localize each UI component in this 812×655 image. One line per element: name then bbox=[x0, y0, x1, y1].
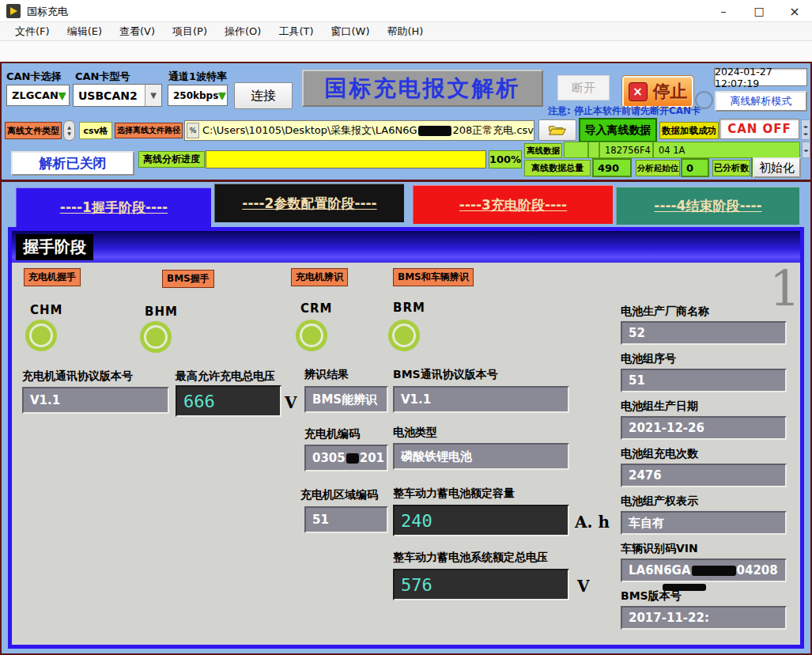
menu-operate[interactable]: 操作(O) bbox=[216, 25, 270, 39]
brm-led bbox=[388, 320, 420, 351]
charger-code-label: 充电机编码 bbox=[304, 427, 360, 441]
page-number-watermark: 1 bbox=[769, 264, 800, 313]
badge-bms-handshake: BMS握手 bbox=[162, 270, 214, 288]
battery-mfr-label: 电池生产厂商名称 bbox=[621, 305, 709, 319]
data-cell[interactable]: 04 1A bbox=[653, 142, 800, 158]
vin-label: 车辆识别码VIN bbox=[621, 542, 698, 556]
led-label-bhm: BHM bbox=[145, 305, 178, 319]
rated-voltage-label: 整车动力蓄电池系统额定总电压 bbox=[393, 551, 548, 565]
baud-label: 通道1波特率 bbox=[168, 70, 227, 84]
section-title: 握手阶段 bbox=[16, 234, 93, 260]
redaction bbox=[346, 453, 359, 464]
redaction bbox=[418, 126, 452, 136]
stop-button[interactable]: × 停止 bbox=[622, 76, 693, 108]
tab-param-config[interactable]: ----2参数配置阶段---- bbox=[214, 184, 404, 222]
rated-capacity-value: 240 bbox=[393, 505, 569, 536]
menu-project[interactable]: 项目(P) bbox=[164, 25, 216, 39]
charger-protocol-value: V1.1 bbox=[22, 387, 169, 414]
data-cell[interactable] bbox=[564, 142, 588, 158]
progress-fill bbox=[206, 151, 485, 168]
chm-led bbox=[25, 320, 57, 351]
baud-dropdown[interactable]: 250kbps ▼ bbox=[168, 85, 228, 106]
scroll-arrows[interactable]: ◂▸ bbox=[802, 142, 810, 158]
can-select-label: CAN卡选择 bbox=[6, 70, 61, 84]
ownership-value: 车自有 bbox=[621, 511, 787, 535]
charge-count-value: 2476 bbox=[621, 464, 787, 487]
led-label-chm: CHM bbox=[30, 303, 63, 317]
minimize-button[interactable]: – bbox=[706, 0, 741, 22]
vin-value: LA6N6GA04208 bbox=[621, 558, 787, 582]
bhm-led bbox=[140, 321, 172, 353]
offline-file-path-input[interactable]: % C:\Users\10105\Desktop\采集报文\LA6N6G208正… bbox=[184, 120, 534, 141]
badge-charger-identify: 充电机辨识 bbox=[291, 268, 348, 286]
analyzed-label: 已分析数 bbox=[712, 160, 750, 176]
tab-finish[interactable]: ----4结束阶段---- bbox=[616, 187, 799, 225]
progress-percent: 100% bbox=[489, 150, 522, 168]
offline-file-type-label: 离线文件类型 bbox=[5, 122, 62, 139]
max-voltage-label: 最高允许充电总电压 bbox=[176, 369, 275, 384]
start-label: 分析起始位 bbox=[636, 160, 680, 176]
pack-date-value: 2021-12-26 bbox=[621, 416, 787, 440]
disconnect-button[interactable]: 断开 bbox=[557, 75, 610, 100]
menu-window[interactable]: 窗口(W) bbox=[323, 25, 379, 39]
file-format-value[interactable]: csv格 bbox=[79, 122, 112, 139]
region-code-value: 51 bbox=[304, 506, 388, 533]
menu-file[interactable]: 文件(F) bbox=[6, 25, 59, 39]
charge-count-label: 电池组充电次数 bbox=[621, 447, 698, 461]
dropdown-arrow-icon: ▼ bbox=[59, 90, 66, 101]
led-label-crm: CRM bbox=[300, 301, 333, 316]
offline-data-label: 离线数据 bbox=[524, 143, 562, 158]
scroll-arrows[interactable]: ◂▸◂▸ bbox=[801, 119, 810, 140]
import-offline-data-button[interactable]: 导入离线数据 bbox=[579, 118, 657, 142]
identify-result-value: BMS能辨识 bbox=[304, 386, 388, 413]
identify-result-label: 辨识结果 bbox=[304, 368, 349, 382]
close-button[interactable]: × bbox=[777, 0, 812, 22]
can-model-label: CAN卡型号 bbox=[75, 70, 130, 84]
dropdown-arrow-icon: ▼ bbox=[218, 90, 225, 101]
badge-bms-vehicle-identify: BMS和车辆辨识 bbox=[393, 268, 474, 286]
offline-mode-button[interactable]: 离线解析模式 bbox=[715, 91, 807, 112]
file-type-spinner[interactable]: ▲▼ bbox=[63, 120, 75, 141]
menu-edit[interactable]: 编辑(E) bbox=[59, 25, 111, 39]
data-cell[interactable]: 182756F4 bbox=[599, 142, 653, 158]
toolbar: ↻ ? bbox=[0, 41, 812, 62]
init-button[interactable]: 初始化 bbox=[753, 157, 801, 178]
pack-serial-value: 51 bbox=[621, 369, 787, 392]
title-bar: 国标充电 – □ × bbox=[0, 0, 812, 22]
rated-capacity-unit: A. h bbox=[575, 513, 610, 532]
window-title: 国标充电 bbox=[27, 5, 68, 19]
total-value: 490 bbox=[592, 158, 632, 177]
parse-state-button[interactable]: 解析已关闭 bbox=[11, 151, 134, 176]
data-cell[interactable] bbox=[588, 142, 599, 158]
tab-handshake[interactable]: ----1握手阶段---- bbox=[16, 187, 211, 227]
menu-view[interactable]: 查看(V) bbox=[111, 25, 164, 39]
combo-chevron-icon[interactable]: ▼ bbox=[145, 85, 161, 106]
badge-charger-handshake: 充电机握手 bbox=[24, 268, 81, 286]
progress-bar bbox=[206, 150, 486, 168]
app-icon bbox=[6, 4, 21, 18]
connect-button[interactable]: 连接 bbox=[234, 82, 293, 109]
caution-note: 注意: 停止本软件前请先断开CAN卡 bbox=[548, 104, 701, 118]
ownership-label: 电池组产权表示 bbox=[621, 494, 698, 509]
path-select-label: 选择离线文件路径 bbox=[115, 123, 183, 138]
rated-capacity-label: 整车动力蓄电池额定容量 bbox=[393, 487, 515, 501]
max-voltage-unit: V bbox=[285, 393, 297, 412]
battery-type-label: 电池类型 bbox=[393, 426, 437, 440]
rated-voltage-unit: V bbox=[577, 577, 590, 596]
dial-ring bbox=[695, 91, 713, 109]
can-model-combo[interactable]: USBCAN2 ▼ bbox=[73, 84, 162, 107]
battery-mfr-value: 52 bbox=[621, 321, 787, 345]
offline-data-array[interactable]: 182756F4 04 1A bbox=[564, 142, 800, 158]
tab-charging[interactable]: ----3充电阶段---- bbox=[413, 185, 613, 224]
total-label: 离线数据总量 bbox=[524, 160, 591, 176]
charger-code-value: 0305201 bbox=[304, 445, 388, 471]
menu-tools[interactable]: 工具(T) bbox=[270, 25, 322, 39]
menu-help[interactable]: 帮助(H) bbox=[379, 25, 432, 39]
bms-protocol-value: V1.1 bbox=[393, 386, 569, 413]
path-type-icon: % bbox=[187, 123, 199, 138]
browse-folder-button[interactable] bbox=[538, 119, 576, 141]
can-select-dropdown[interactable]: ZLGCAN ▼ bbox=[6, 85, 70, 106]
start-value-input[interactable]: 0 bbox=[681, 158, 709, 177]
maximize-button[interactable]: □ bbox=[742, 0, 776, 22]
pack-serial-label: 电池组序号 bbox=[621, 352, 676, 366]
